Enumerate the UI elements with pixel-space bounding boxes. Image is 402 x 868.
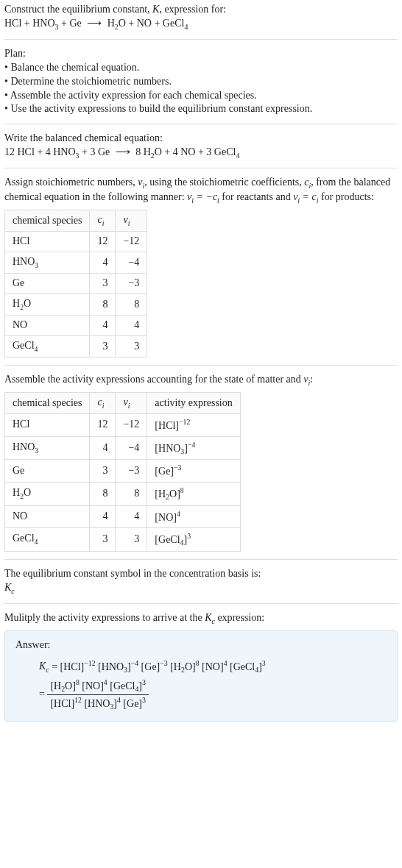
intro-text-2: , expression for:	[159, 4, 226, 15]
cell-vi: 8	[116, 482, 147, 505]
cell-vi: 3	[116, 336, 147, 357]
cell-vi: 3	[116, 528, 147, 552]
cell-ci: 12	[90, 414, 116, 437]
balanced-header: Write the balanced chemical equation:	[4, 132, 398, 146]
divider	[4, 365, 398, 366]
unq-rhs: H2O + NO + GeCl4	[107, 18, 188, 29]
divider	[4, 39, 398, 40]
balanced-equation: 12 HCl + 4 HNO3 + 3 Ge ⟶ 8 H2O + 4 NO + …	[4, 146, 398, 160]
th-ci: ci	[90, 210, 116, 232]
kc-inline: Kc	[205, 612, 215, 623]
cell-species: HNO3	[5, 252, 90, 274]
rel-reactants: νi = −ci	[187, 191, 219, 202]
K-symbol: K	[152, 4, 159, 15]
cell-ci: 4	[90, 316, 116, 336]
table-row: Ge3−3	[5, 274, 147, 294]
table-row: NO44[NO]4	[5, 505, 241, 528]
cell-vi: −12	[116, 414, 147, 437]
table-header-row: chemical species ci νi activity expressi…	[5, 393, 241, 414]
multiply-a: Mulitply the activity expressions to arr…	[4, 612, 205, 623]
table-row: GeCl433[GeCl4]3	[5, 528, 241, 552]
answer-equations: Kc = [HCl]−12 [HNO3]−4 [Ge]−3 [H2O]8 [NO…	[15, 658, 387, 712]
th-vi: νi	[116, 393, 147, 414]
table-row: GeCl433	[5, 336, 147, 357]
plan-item-3: • Assemble the activity expression for e…	[4, 89, 398, 103]
table-header-row: chemical species ci νi	[5, 210, 147, 232]
kc-text: The equilibrium constant symbol in the c…	[4, 567, 398, 581]
table-row: HCl12−12[HCl]−12	[5, 414, 241, 437]
answer-eq2: = [H2O]8 [NO]4 [GeCl4]3 [HCl]12 [HNO3]4 …	[39, 677, 387, 711]
cell-ci: 4	[90, 505, 116, 528]
cell-vi: −4	[116, 436, 147, 460]
reaction-arrow-icon: ⟶	[113, 146, 133, 160]
cell-ci: 8	[90, 294, 116, 316]
kc-symbol-block: The equilibrium constant symbol in the c…	[4, 567, 398, 596]
cell-activity: [Ge]−3	[147, 460, 240, 483]
th-species: chemical species	[5, 210, 90, 232]
cell-activity: [HCl]−12	[147, 414, 240, 437]
table-row: HCl12−12	[5, 232, 147, 252]
cell-vi: −3	[116, 274, 147, 294]
rel-products: νi = ci	[293, 191, 318, 202]
divider	[4, 559, 398, 560]
plan-item-2: • Determine the stoichiometric numbers.	[4, 75, 398, 89]
th-species: chemical species	[5, 393, 90, 414]
th-ci: ci	[90, 393, 116, 414]
divider	[4, 168, 398, 168]
activity-text: Assemble the activity expressions accoun…	[4, 373, 398, 388]
unbalanced-equation: HCl + HNO3 + Ge ⟶ H2O + NO + GeCl4	[4, 18, 188, 29]
cell-species: Ge	[5, 460, 90, 483]
cell-activity: [H2O]8	[147, 482, 240, 505]
th-activity: activity expression	[147, 393, 240, 414]
cell-species: HCl	[5, 232, 90, 252]
activity-table: chemical species ci νi activity expressi…	[4, 392, 241, 552]
table-row: HNO34−4[HNO3]−4	[5, 436, 241, 460]
divider	[4, 603, 398, 604]
cell-species: GeCl4	[5, 336, 90, 357]
fraction: [H2O]8 [NO]4 [GeCl4]3 [HCl]12 [HNO3]4 [G…	[47, 677, 149, 711]
plan-item-1: • Balance the chemical equation.	[4, 61, 398, 75]
nu-symbol: νi	[138, 177, 144, 188]
intro-text-1: Construct the equilibrium constant,	[4, 4, 152, 15]
cell-species: GeCl4	[5, 528, 90, 552]
fraction-numerator: [H2O]8 [NO]4 [GeCl4]3	[47, 677, 149, 695]
cell-species: H2O	[5, 482, 90, 505]
kc-symbol: Kc	[4, 581, 398, 596]
multiply-b: expression:	[215, 612, 264, 623]
cell-vi: 4	[116, 505, 147, 528]
stoich-b: , using the stoichiometric coefficients,	[144, 177, 304, 188]
answer-box: Answer: Kc = [HCl]−12 [HNO3]−4 [Ge]−3 [H…	[4, 630, 398, 722]
plan-header: Plan:	[4, 47, 398, 61]
multiply-text: Mulitply the activity expressions to arr…	[4, 611, 398, 626]
table-row: H2O88	[5, 294, 147, 316]
cell-ci: 3	[90, 528, 116, 552]
cell-species: Ge	[5, 274, 90, 294]
cell-ci: 3	[90, 336, 116, 357]
cell-vi: 4	[116, 316, 147, 336]
cell-species: NO	[5, 316, 90, 336]
cell-ci: 8	[90, 482, 116, 505]
answer-eq1: Kc = [HCl]−12 [HNO3]−4 [Ge]−3 [H2O]8 [NO…	[39, 658, 387, 675]
fraction-denominator: [HCl]12 [HNO3]4 [Ge]3	[47, 695, 149, 712]
cell-vi: −12	[116, 232, 147, 252]
table-row: H2O88[H2O]8	[5, 482, 241, 505]
table-row: HNO34−4	[5, 252, 147, 274]
table-row: Ge3−3[Ge]−3	[5, 460, 241, 483]
answer-label: Answer:	[15, 638, 387, 652]
cell-ci: 4	[90, 252, 116, 274]
th-vi: νi	[116, 210, 147, 232]
reaction-arrow-icon: ⟶	[84, 17, 105, 31]
cell-ci: 3	[90, 274, 116, 294]
c-symbol: ci	[304, 177, 311, 188]
intro-block: Construct the equilibrium constant, K, e…	[4, 3, 398, 32]
cell-ci: 4	[90, 436, 116, 460]
cell-species: NO	[5, 505, 90, 528]
stoich-table: chemical species ci νi HCl12−12 HNO34−4 …	[4, 210, 147, 357]
stoich-a: Assign stoichiometric numbers,	[4, 177, 138, 188]
cell-ci: 12	[90, 232, 116, 252]
unq-lhs-1: HCl + HNO3 + Ge	[4, 18, 84, 29]
divider	[4, 124, 398, 124]
cell-species: H2O	[5, 294, 90, 316]
cell-activity: [GeCl4]3	[147, 528, 240, 552]
cell-species: HCl	[5, 414, 90, 437]
